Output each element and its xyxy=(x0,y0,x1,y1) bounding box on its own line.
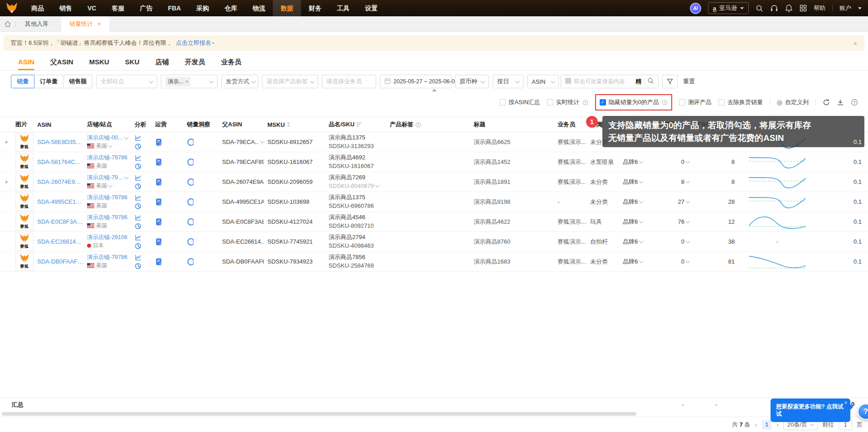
checkbox-icon[interactable] xyxy=(499,99,506,106)
dimension-tab-3[interactable]: SKU xyxy=(125,53,140,70)
dimension-tab-1[interactable]: 父ASIN xyxy=(50,53,73,70)
nav-item-2[interactable]: VC xyxy=(80,0,104,16)
product-image[interactable]: 赛狐 xyxy=(15,193,34,211)
metric-button-2[interactable]: 销售额 xyxy=(63,75,92,88)
line-chart-icon[interactable] xyxy=(135,194,142,201)
nav-item-4[interactable]: 广告 xyxy=(132,0,160,16)
nav-item-1[interactable]: 销售 xyxy=(52,0,80,16)
chevron-down-icon[interactable] xyxy=(639,259,644,263)
operation-doc-icon[interactable] xyxy=(155,158,163,166)
shipping-method-select[interactable]: 发货方式 xyxy=(221,75,258,88)
line-chart-icon[interactable] xyxy=(135,134,142,141)
nav-item-6[interactable]: 采购 xyxy=(189,0,217,16)
search-icon[interactable] xyxy=(756,5,763,12)
page-number-1[interactable]: 1 xyxy=(762,420,772,430)
shop-select[interactable]: 演示...× xyxy=(161,75,218,88)
shop-link[interactable]: 演示店铺-00... xyxy=(87,134,123,141)
asin-link[interactable]: SDA-26074E9A... xyxy=(37,178,83,185)
chevron-down-icon[interactable] xyxy=(639,219,644,223)
line-chart-icon[interactable] xyxy=(135,254,142,261)
next-page-button[interactable]: › xyxy=(776,421,779,428)
chevron-down-icon[interactable] xyxy=(686,199,690,203)
chevron-down-icon[interactable] xyxy=(686,259,690,263)
product-tag-select[interactable]: 请选择产品标签 xyxy=(262,75,318,88)
chevron-down-icon[interactable] xyxy=(858,7,862,10)
pie-chart-icon[interactable] xyxy=(135,163,141,170)
product-image[interactable]: 赛狐 xyxy=(15,133,34,151)
chevron-down-icon[interactable] xyxy=(375,183,379,188)
close-icon[interactable]: × xyxy=(844,399,847,406)
asin-link[interactable]: SDA-E0C8F3A8... xyxy=(37,218,83,225)
shop-link[interactable]: 演示店铺-79786 xyxy=(87,194,127,201)
scrollbar-thumb[interactable] xyxy=(2,412,636,416)
chevron-down-icon[interactable] xyxy=(639,179,644,183)
account-menu[interactable]: 账户 xyxy=(839,4,851,12)
option-checkbox-1[interactable]: 实时统计? xyxy=(547,98,588,106)
site-select[interactable]: 全部站点 xyxy=(96,75,157,88)
help-link[interactable]: 帮助 xyxy=(814,4,825,12)
pie-chart-icon[interactable] xyxy=(135,243,141,250)
reset-button[interactable]: 重置 xyxy=(683,77,695,86)
checkbox-icon[interactable] xyxy=(679,99,685,106)
chevron-down-icon[interactable] xyxy=(108,183,113,187)
shop-link[interactable]: 演示店铺-79786 xyxy=(87,254,127,260)
chevron-down-icon[interactable] xyxy=(686,239,690,243)
shop-link[interactable]: 演示店铺-79... xyxy=(87,174,123,181)
dimension-tab-5[interactable]: 开发员 xyxy=(185,53,205,70)
column-header-msku[interactable]: MSKU xyxy=(266,121,327,128)
pie-chart-icon[interactable] xyxy=(135,203,141,210)
asin-link[interactable]: SDA-EC26614... xyxy=(37,238,81,245)
exact-match-toggle[interactable]: 精 xyxy=(635,77,641,86)
asin-link[interactable]: SDA-58E8D35... xyxy=(37,139,81,145)
tab-sales-statistics[interactable]: 销量统计 × xyxy=(61,16,109,32)
date-range-picker[interactable]: 2025-05-27 ~ 2025-06-05 xyxy=(380,75,451,88)
sales-cell[interactable]: 0 xyxy=(662,258,696,265)
chevron-down-icon[interactable] xyxy=(686,219,690,223)
dimension-tab-4[interactable]: 店铺 xyxy=(155,53,169,70)
close-icon[interactable]: × xyxy=(853,39,857,47)
nav-item-3[interactable]: 客服 xyxy=(104,0,132,16)
chevron-down-icon[interactable] xyxy=(124,135,128,139)
operation-doc-icon[interactable] xyxy=(155,198,163,206)
checkbox-icon[interactable]: ✓ xyxy=(600,99,606,106)
product-image[interactable]: 赛狐 xyxy=(15,253,34,271)
column-header-name[interactable]: 品名/SKU xyxy=(327,120,388,129)
nav-item-10[interactable]: 财务 xyxy=(301,0,329,16)
dimension-tab-2[interactable]: MSKU xyxy=(89,53,109,70)
nav-item-12[interactable]: 设置 xyxy=(357,0,385,16)
sales-insight-icon[interactable] xyxy=(187,238,195,246)
nav-item-7[interactable]: 仓库 xyxy=(217,0,245,16)
batch-search-input[interactable]: 双击可批量搜索内容 精 xyxy=(561,75,659,88)
signup-link[interactable]: 点击立即报名~ xyxy=(176,39,215,47)
bell-icon[interactable] xyxy=(785,4,793,12)
pie-chart-icon[interactable] xyxy=(135,263,141,269)
expand-arrow-icon[interactable] xyxy=(5,180,8,184)
tab-other-inbound[interactable]: 其他入库 xyxy=(19,16,55,32)
asin-link[interactable]: SDA-4995CE1A... xyxy=(37,198,83,205)
refresh-icon[interactable] xyxy=(823,99,830,106)
chevron-down-icon[interactable] xyxy=(639,199,644,203)
chevron-down-icon[interactable] xyxy=(686,159,690,163)
chevron-down-icon[interactable] xyxy=(639,239,644,243)
sales-cell[interactable]: 0 xyxy=(662,158,696,165)
collapse-arrow-icon[interactable] xyxy=(432,89,436,91)
expand-arrow-icon[interactable] xyxy=(5,140,8,144)
operation-doc-icon[interactable] xyxy=(155,238,163,246)
asin-link[interactable]: SDA-581764C... xyxy=(37,158,80,165)
list-sort-icon[interactable] xyxy=(356,122,362,127)
sales-insight-icon[interactable] xyxy=(187,198,195,206)
app-logo-fox-icon[interactable] xyxy=(0,2,24,14)
option-checkbox-2[interactable]: ✓隐藏销量为0的产品? xyxy=(595,94,672,110)
line-chart-icon[interactable] xyxy=(135,154,142,161)
line-chart-icon[interactable] xyxy=(135,174,142,181)
nav-item-0[interactable]: 商品 xyxy=(24,0,52,16)
dimension-tab-0[interactable]: ASIN xyxy=(18,53,34,70)
nav-item-8[interactable]: 物流 xyxy=(245,0,273,16)
headset-icon[interactable] xyxy=(770,4,778,12)
sales-cell[interactable]: 27 xyxy=(662,198,696,205)
shop-link[interactable]: 演示店铺-29106 xyxy=(87,234,127,240)
marketplace-selector[interactable]: a 亚马逊 xyxy=(708,2,749,14)
chevron-down-icon[interactable] xyxy=(639,159,644,163)
chevron-down-icon[interactable] xyxy=(260,139,265,144)
checkbox-icon[interactable] xyxy=(547,99,553,106)
